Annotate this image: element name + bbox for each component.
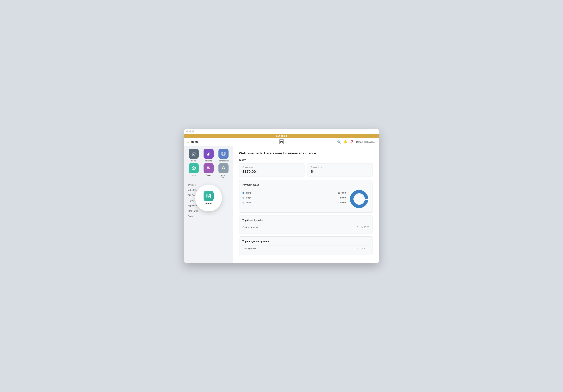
gross-sales-card[interactable]: Gross sales $170.00 › (239, 163, 305, 177)
help-icon[interactable]: ❓ (350, 140, 354, 144)
title-bar (184, 129, 379, 134)
svg-point-7 (209, 167, 210, 168)
traffic-light-maximize[interactable] (192, 130, 194, 132)
transactions-label: Transactions (218, 160, 229, 162)
team-icon-box (204, 163, 214, 173)
items-label: Items (192, 174, 196, 176)
top-items-card: Top items by sales › Custom Amount 5 $17… (239, 215, 373, 234)
sidebar-item-team[interactable]: Team (202, 163, 216, 178)
other-name: Other (246, 201, 338, 204)
cash-dot (243, 197, 244, 199)
nav-icons-grid: Home Reports (187, 149, 230, 178)
other-dot (243, 202, 244, 204)
top-items-title[interactable]: Top items by sales › (243, 219, 369, 221)
transactions-icon (221, 152, 226, 156)
app-body: Home Reports (184, 146, 379, 263)
items-icon-box (189, 163, 199, 173)
home-icon-box (189, 149, 199, 159)
account-icon-box (218, 163, 229, 173)
account-menu[interactable]: Default Test Accou... (356, 141, 376, 143)
table-row: Custom Amount 5 $170.00 (243, 224, 369, 230)
cash-name: Cash (246, 197, 338, 199)
item-name: Custom Amount (243, 226, 357, 228)
cash-amount: $0.00 (340, 197, 346, 199)
reports-icon-box (204, 149, 214, 159)
category-name: Uncategorized (243, 247, 357, 250)
team-label: Team (206, 174, 211, 176)
gross-sales-value: $170.00 › (243, 169, 301, 174)
item-count: 5 (357, 226, 358, 228)
traffic-light-close[interactable] (186, 130, 188, 132)
item-amount: $170.00 (361, 226, 369, 228)
sidebar-item-items[interactable]: Items (187, 163, 201, 178)
payment-list: Card $170.00 Cash $0.00 Other $0.00 (243, 192, 346, 206)
category-count: 5 (357, 247, 358, 250)
main-content: Welcome back. Here's your business at a … (233, 146, 379, 263)
sidebar-item-home[interactable]: Home (187, 149, 201, 162)
reports-label: Reports (205, 160, 212, 162)
hamburger-icon[interactable]: ☰ (187, 140, 189, 143)
sidebar: Home Reports (184, 146, 233, 263)
svg-rect-3 (208, 153, 209, 155)
home-icon (191, 152, 196, 156)
account-icon (221, 166, 226, 171)
sidebar-item-transactions[interactable]: Transactions (217, 149, 230, 162)
square-logo (279, 139, 284, 144)
gross-sales-title: Gross sales (243, 166, 301, 168)
payment-row-other: Other $0.00 (243, 201, 346, 204)
sidebar-item-reports[interactable]: Reports (202, 149, 216, 162)
svg-rect-10 (207, 197, 210, 197)
payment-row-card: Card $170.00 (243, 192, 346, 194)
payment-types-card: Payment types › Card $170.00 Cash $0 (239, 180, 373, 213)
app-header: ☰ Home 🔍 🔔 ❓ Default Test Accou... (184, 138, 379, 146)
stats-row: Gross sales $170.00 › Transactions 5 › (239, 163, 373, 177)
top-categories-title[interactable]: Top categories by sales › (243, 240, 369, 243)
svg-point-12 (352, 192, 367, 206)
payment-types-title[interactable]: Payment types › (243, 184, 369, 186)
sandbox-bar: SANDBOX (184, 134, 379, 138)
svg-rect-11 (207, 197, 209, 198)
items-icon (191, 166, 196, 171)
svg-rect-4 (210, 152, 210, 155)
donut-chart (349, 189, 369, 209)
header-right: 🔍 🔔 ❓ Default Test Accou... (337, 140, 376, 144)
payment-row-cash: Cash $0.00 (243, 197, 346, 199)
other-amount: $0.00 (340, 201, 346, 204)
sidebar-link-apps[interactable]: Apps (187, 214, 230, 219)
card-amount: $170.00 (338, 192, 346, 194)
traffic-light-minimize[interactable] (189, 130, 191, 132)
orders-tooltip[interactable]: Orders (195, 185, 222, 211)
card-name: Card (246, 192, 336, 194)
notification-icon[interactable]: 🔔 (344, 140, 347, 144)
today-label: Today (239, 159, 373, 161)
svg-point-8 (223, 166, 224, 168)
transactions-value: 5 › (311, 169, 369, 174)
transactions-icon-box (218, 149, 229, 159)
payment-types-content: Card $170.00 Cash $0.00 Other $0.00 (243, 189, 369, 209)
orders-icon (206, 193, 211, 199)
header-title: Home (191, 140, 198, 143)
account-label: Acco...Sett... (221, 174, 226, 178)
transactions-title: Transactions (311, 166, 369, 168)
orders-icon-box (204, 191, 214, 201)
card-dot (243, 192, 244, 194)
gross-sales-arrow: › (256, 170, 257, 173)
payment-types-arrow: › (260, 184, 260, 186)
top-items-arrow: › (264, 219, 265, 221)
donut-chart-svg (349, 189, 369, 209)
categories-table-row: Uncategorized 5 $170.00 (243, 245, 369, 251)
team-icon (206, 166, 211, 171)
sandbox-label: SANDBOX (276, 135, 287, 137)
transactions-arrow: › (313, 170, 314, 173)
welcome-text: Welcome back. Here's your business at a … (239, 152, 373, 155)
svg-point-6 (207, 166, 209, 168)
app-window: SANDBOX ☰ Home 🔍 🔔 ❓ Default Test Accou.… (184, 129, 379, 263)
top-categories-card: Top categories by sales › Uncategorized … (239, 236, 373, 255)
svg-rect-2 (207, 154, 207, 156)
search-icon[interactable]: 🔍 (337, 140, 341, 144)
reports-icon (206, 152, 211, 156)
transactions-card[interactable]: Transactions 5 › (307, 163, 373, 177)
svg-rect-1 (281, 141, 282, 142)
sidebar-item-account-settings[interactable]: Acco...Sett... (217, 163, 230, 178)
home-label: Home (191, 160, 196, 162)
